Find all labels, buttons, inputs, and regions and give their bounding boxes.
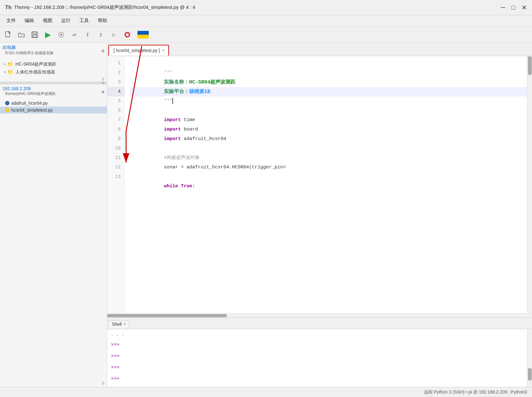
code-platform-value: 核桃派1B (189, 89, 210, 95)
folder-name-pir: 人体红外感应传感器 (15, 69, 55, 75)
ukraine-yellow (137, 35, 149, 38)
resume-button[interactable]: ▷ (108, 29, 120, 40)
code-import-3-val: adafruit_hcsr04 (181, 136, 226, 142)
line-num-12: 12 (107, 163, 124, 172)
code-line-6: import time (130, 106, 527, 115)
code-content[interactable]: ''' 实验名称：HC-SR04超声波测距 实验平台：核桃派1B ''' (125, 56, 527, 313)
code-line-5 (130, 96, 527, 106)
title-bar-left: Th Thonny - 192.168.2.209 :: /home/pi/HC… (5, 4, 195, 11)
shell-vscrollbar[interactable] (527, 329, 532, 387)
sidebar-folder-hcsr04[interactable]: + 📁 HC-SR04超声波测距 (0, 60, 107, 68)
menu-help[interactable]: 帮助 (94, 16, 111, 25)
editor-vscrollbar-thumb[interactable] (528, 56, 532, 75)
debug-button[interactable] (55, 29, 67, 40)
sidebar-local-title[interactable]: 此电脑 (3, 45, 16, 50)
menu-bar: 文件 编辑 视图 运行 工具 帮助 (0, 15, 532, 26)
maximize-button[interactable]: □ (512, 4, 515, 11)
editor-tab-hcsr04[interactable]: [ hcsr04_simpletest.py ] × (108, 45, 169, 55)
shell-content[interactable]: · · · >>> >>> >>> >>> (107, 329, 527, 387)
new-file-button[interactable] (3, 29, 14, 40)
code-true-kw: True (181, 184, 192, 189)
sidebar-remote-ip[interactable]: 192.168.2.209 (3, 86, 31, 91)
sidebar-divider: ≡ (0, 82, 107, 84)
stop-button[interactable] (122, 29, 133, 40)
shell-tab-bar: Shell × (107, 318, 532, 329)
minimize-button[interactable]: ─ (501, 4, 505, 11)
line-num-10: 10 (107, 144, 124, 153)
sidebar-file-adafruit[interactable]: adafruit_hcsr04.py (0, 100, 107, 107)
sidebar-remote-header: 192.168.2.209 /home/pi/HC-SR04超声波测距 ≡ (0, 84, 107, 100)
shell-prompt-4: >>> (111, 373, 523, 385)
shell-content-area: · · · >>> >>> >>> >>> (107, 329, 532, 387)
code-while-space (178, 184, 181, 189)
tab-close-button[interactable]: × (162, 48, 165, 53)
expand-icon-hcsr04: + (4, 62, 6, 67)
open-file-icon (18, 31, 25, 38)
code-exp-name-value: HC-SR04超声波测距 (189, 79, 235, 85)
shell-prompt-2-text: >>> (111, 353, 119, 359)
editor-hscrollbar[interactable] (107, 313, 532, 318)
shell-vscrollbar-thumb[interactable] (528, 368, 532, 381)
sidebar-local-scroll: ∇ (0, 77, 107, 82)
code-editor[interactable]: 1 2 3 4 5 6 7 8 9 10 11 12 13 (107, 56, 532, 318)
app-icon: Th (5, 4, 12, 11)
sidebar-file-hcsr04-test-name: hcsr04_simpletest.py (11, 108, 53, 113)
sidebar-file-hcsr04-test[interactable]: hcsr04_simpletest.py (0, 107, 107, 114)
svg-rect-2 (33, 32, 36, 34)
new-file-icon (5, 31, 12, 38)
line-num-11: 11 (107, 153, 124, 163)
ukraine-flag (137, 31, 149, 38)
sidebar-local-title-area: 此电脑 D:\02-示例程序\2.传感器实验 (3, 45, 56, 57)
sidebar-folder-pir[interactable]: + 📁 人体红外感应传感器 (0, 68, 107, 76)
tab-label: [ hcsr04_simpletest.py ] (113, 48, 160, 53)
shell-prompt-1: >>> (111, 339, 523, 351)
py-icon-adafruit (5, 101, 9, 105)
code-import-2-val: board (181, 127, 198, 132)
sidebar-resize-handle[interactable]: ≡ (102, 80, 104, 85)
sidebar-file-adafruit-name: adafruit_hcsr04.py (11, 101, 48, 106)
save-file-button[interactable] (29, 29, 40, 40)
step-over-button[interactable]: ⇄ (69, 29, 80, 40)
shell-prompt-4-text: >>> (111, 376, 119, 382)
editor-hscrollbar-thumb[interactable] (107, 314, 227, 317)
line-num-9: 9 (107, 134, 124, 144)
main-layout: 此电脑 D:\02-示例程序\2.传感器实验 ≡ + 📁 HC-SR04超声波测… (0, 43, 532, 387)
title-bar-controls: ─ □ ✕ (501, 4, 527, 11)
menu-edit[interactable]: 编辑 (21, 16, 38, 25)
open-file-button[interactable] (16, 29, 27, 40)
editor-vscrollbar[interactable] (527, 56, 532, 313)
shell-panel: Shell × · · · >>> >>> >>> (107, 318, 532, 387)
code-exp-name-label: 实验名称： (164, 79, 189, 85)
line-num-2: 2 (107, 68, 124, 78)
close-button[interactable]: ✕ (522, 4, 527, 11)
line-num-6: 6 (107, 106, 124, 115)
editor-shell-area: [ hcsr04_simpletest.py ] × 1 2 3 4 5 6 7… (107, 43, 532, 387)
sidebar-remote-tree: adafruit_hcsr04.py hcsr04_simpletest.py (0, 100, 107, 381)
svg-point-5 (60, 34, 62, 36)
line-num-7: 7 (107, 115, 124, 125)
menu-run[interactable]: 运行 (57, 16, 74, 25)
sidebar-scroll-bottom-icon[interactable]: ∇ (102, 381, 104, 386)
sidebar-remote-path: /home/pi/HC-SR04超声波测距 (3, 91, 58, 98)
tab-bar: [ hcsr04_simpletest.py ] × (107, 43, 532, 56)
cursor (172, 98, 173, 104)
sidebar-remote-menu-icon[interactable]: ≡ (101, 89, 104, 95)
shell-tab-close[interactable]: × (124, 322, 126, 326)
svg-rect-3 (33, 35, 37, 37)
menu-file[interactable]: 文件 (3, 16, 20, 25)
menu-tools[interactable]: 工具 (76, 16, 93, 25)
line-num-3: 3 (107, 78, 124, 87)
code-colon: : (192, 184, 195, 189)
run-button[interactable]: ▶ (42, 29, 54, 40)
step-out-button[interactable]: ↥ (95, 29, 107, 40)
sidebar: 此电脑 D:\02-示例程序\2.传感器实验 ≡ + 📁 HC-SR04超声波测… (0, 43, 107, 387)
step-into-button[interactable]: ↧ (82, 29, 93, 40)
sidebar-local-menu-icon[interactable]: ≡ (101, 48, 104, 54)
sidebar-remote-title-area: 192.168.2.209 /home/pi/HC-SR04超声波测距 (3, 86, 58, 98)
shell-tab[interactable]: Shell × (108, 320, 129, 328)
code-while-kw: while (164, 184, 178, 189)
line-num-8: 8 (107, 125, 124, 134)
status-bar: 远程 Python 3 (SSH) • pi @ 192.168.2.209 :… (0, 387, 532, 397)
py-icon-hcsr04-test (5, 108, 9, 112)
menu-view[interactable]: 视图 (39, 16, 56, 25)
